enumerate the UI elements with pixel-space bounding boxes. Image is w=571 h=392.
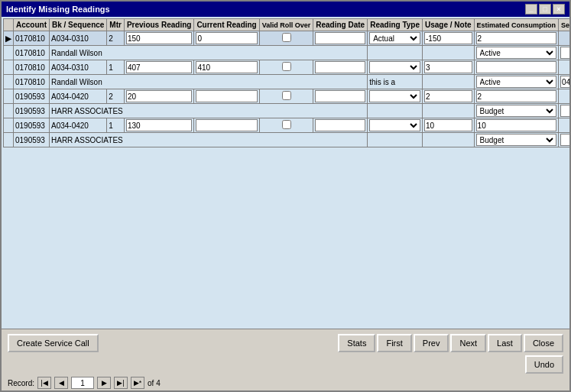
- cell-reading-type: Actual Estimated: [368, 31, 423, 46]
- record-number-input[interactable]: [71, 377, 94, 389]
- cell-bkseq: A034-0420: [50, 118, 107, 133]
- cell-active-dropdown: Active Inactive Budget: [474, 46, 559, 60]
- cell-valid-roll: [259, 118, 313, 133]
- cell-service-call: [559, 31, 569, 46]
- cell-reading-date: [313, 89, 368, 104]
- col-valid-roll: Valid Roll Over: [259, 19, 313, 31]
- cell-valid-roll: [259, 89, 313, 104]
- cell-note: this is a: [368, 75, 423, 89]
- stats-button[interactable]: Stats: [338, 334, 375, 352]
- create-service-call-button[interactable]: Create Service Call: [8, 334, 99, 352]
- empty-row: [4, 147, 570, 285]
- usage-note-input-7[interactable]: [424, 119, 472, 131]
- budget-select-2[interactable]: Active Inactive Budget: [476, 134, 557, 146]
- row-indicator: [4, 89, 14, 104]
- curr-reading-input[interactable]: [196, 32, 257, 44]
- cell-curr-reading: [194, 89, 259, 104]
- reading-date-input-7[interactable]: [315, 119, 365, 131]
- prev-reading-input-5[interactable]: [126, 90, 192, 102]
- title-bar: Identify Missing Readings _ □ ×: [2, 2, 569, 17]
- row-indicator: [4, 104, 14, 118]
- est-consumption-input-5[interactable]: [476, 90, 557, 102]
- reading-date-input[interactable]: [315, 32, 365, 44]
- next-button[interactable]: Next: [450, 334, 486, 352]
- valid-roll-checkbox-7[interactable]: [282, 120, 291, 129]
- service-date-input-2[interactable]: [560, 76, 569, 88]
- maximize-button[interactable]: □: [539, 4, 551, 15]
- cell-bkseq: A034-0420: [50, 89, 107, 104]
- curr-reading-input-5[interactable]: [196, 90, 257, 102]
- est-consumption-input-7[interactable]: [476, 119, 557, 131]
- undo-button[interactable]: Undo: [525, 355, 563, 374]
- cell-est-consumption: [474, 60, 559, 75]
- prev-reading-input[interactable]: [126, 32, 192, 44]
- table-row: 0170810 Randall Wilson this is a Active …: [4, 75, 570, 89]
- valid-roll-checkbox[interactable]: [282, 33, 291, 42]
- prev-button[interactable]: Prev: [414, 334, 449, 352]
- valid-roll-checkbox-3[interactable]: [282, 62, 291, 71]
- table-row: 0170810 Randall Wilson Active Inactive B…: [4, 46, 570, 60]
- curr-reading-input-3[interactable]: [196, 61, 257, 73]
- minimize-button[interactable]: _: [525, 4, 537, 15]
- close-button[interactable]: ×: [553, 4, 565, 15]
- close-button[interactable]: Close: [524, 334, 563, 352]
- record-prev-button[interactable]: ◀: [54, 377, 68, 389]
- cell-bkseq: A034-0310: [50, 60, 107, 75]
- record-last-button[interactable]: ▶|: [114, 377, 128, 389]
- usage-note-input-5[interactable]: [424, 90, 472, 102]
- record-bar: Record: |◀ ◀ ▶ ▶| ▶* of 4: [8, 377, 563, 389]
- record-first-button[interactable]: |◀: [37, 377, 51, 389]
- first-button[interactable]: First: [377, 334, 411, 352]
- col-mtr: Mtr: [107, 19, 125, 31]
- col-prev-reading: Previous Reading: [124, 19, 193, 31]
- est-consumption-input-3[interactable]: [476, 61, 557, 73]
- usage-note-input[interactable]: [424, 32, 472, 44]
- cell-service-call: [559, 89, 569, 104]
- record-next-button[interactable]: ▶: [97, 377, 111, 389]
- reading-type-select[interactable]: Actual Estimated: [369, 32, 420, 44]
- reading-type-select-7[interactable]: Actual Estimated: [369, 119, 420, 131]
- main-window: Identify Missing Readings _ □ × Account …: [0, 0, 571, 392]
- budget-select-1[interactable]: Active Inactive Budget: [476, 105, 557, 117]
- reading-type-select-3[interactable]: Actual Estimated: [369, 61, 420, 73]
- last-button[interactable]: Last: [488, 334, 522, 352]
- usage-note-input-3[interactable]: [424, 61, 472, 73]
- prev-reading-input-3[interactable]: [126, 61, 192, 73]
- navigation-buttons: Stats First Prev Next Last Close: [338, 334, 563, 352]
- table-row: 0190593 A034-0420 1 Actual Estimated: [4, 118, 570, 133]
- table-row: 0190593 A034-0420 2 Actual Estimated: [4, 89, 570, 104]
- cell-account: 0190593: [14, 133, 50, 147]
- est-consumption-input[interactable]: [476, 32, 557, 44]
- table-row: ▶ 0170810 A034-0310 2 Actual Estimated: [4, 31, 570, 46]
- active-select-1[interactable]: Active Inactive Budget: [476, 47, 557, 59]
- cell-mtr: 1: [107, 118, 125, 133]
- record-of-label: of 4: [148, 379, 161, 387]
- cell-curr-reading: [194, 118, 259, 133]
- row-indicator: [4, 118, 14, 133]
- cell-mtr: 2: [107, 31, 125, 46]
- button-row: Create Service Call Stats First Prev Nex…: [8, 334, 563, 352]
- cell-mtr: 2: [107, 89, 125, 104]
- reading-type-select-5[interactable]: Actual Estimated: [369, 90, 420, 102]
- cell-service-call: [559, 60, 569, 75]
- title-bar-buttons: _ □ ×: [525, 4, 565, 15]
- col-usage-note: Usage / Note: [423, 19, 475, 31]
- record-new-button[interactable]: ▶*: [131, 377, 144, 389]
- service-date-input-1[interactable]: [560, 47, 569, 59]
- grid-container: Account Bk / Sequence Mtr Previous Readi…: [2, 17, 569, 329]
- table-row: 0170810 A034-0310 1 Actual Estimated: [4, 60, 570, 75]
- cell-service-date: [559, 133, 569, 147]
- service-date-input-3[interactable]: [560, 105, 569, 117]
- curr-reading-input-7[interactable]: [196, 119, 257, 131]
- active-select-2[interactable]: Active Inactive Budget: [476, 76, 557, 88]
- cell-usage-note: [423, 31, 475, 46]
- valid-roll-checkbox-5[interactable]: [282, 91, 291, 100]
- cell-est-consumption: [474, 118, 559, 133]
- reading-date-input-3[interactable]: [315, 61, 365, 73]
- row-indicator: ▶: [4, 31, 14, 46]
- cell-account: 0170810: [14, 75, 50, 89]
- prev-reading-input-7[interactable]: [126, 119, 192, 131]
- reading-date-input-5[interactable]: [315, 90, 365, 102]
- service-date-input-4[interactable]: [560, 134, 569, 146]
- record-label: Record:: [8, 379, 34, 387]
